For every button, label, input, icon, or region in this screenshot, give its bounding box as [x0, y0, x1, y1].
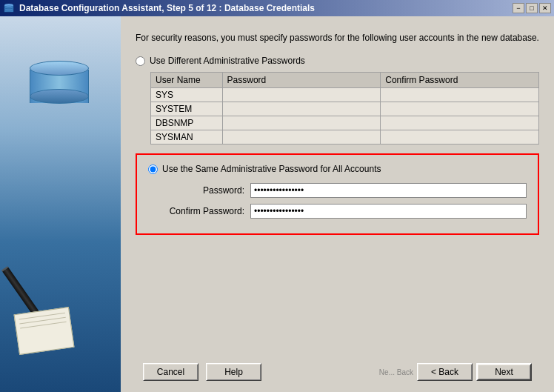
radio-different-option[interactable]: Use Different Administrative Passwords [136, 56, 539, 66]
dbsnmp-confirm-input[interactable] [385, 118, 534, 128]
system-confirm-input[interactable] [385, 104, 534, 114]
cell-sysman-pwd[interactable] [222, 130, 381, 144]
radio-different[interactable] [136, 56, 145, 66]
password-row: Password: [148, 183, 527, 198]
cell-sysman: SYSMAN [151, 130, 223, 144]
bottom-right-buttons: Ne... Back < Back Next [379, 363, 532, 381]
title-bar-controls: − □ ✕ [513, 3, 551, 13]
cell-sys: SYS [151, 88, 223, 102]
cancel-button[interactable]: Cancel [143, 363, 198, 381]
right-panel: For security reasons, you must specify p… [121, 16, 554, 392]
title-bar: Database Configuration Assistant, Step 5… [0, 0, 554, 16]
cell-sysman-confirm[interactable] [381, 130, 539, 144]
help-button[interactable]: Help [206, 363, 261, 381]
table-row: SYSTEM [151, 102, 539, 116]
table-row: DBSNMP [151, 116, 539, 130]
spacer [136, 235, 539, 357]
col-password: Password [222, 73, 381, 88]
confirm-password-row: Confirm Password: [148, 204, 527, 219]
back-button[interactable]: < Back [417, 363, 473, 381]
radio-same-option[interactable]: Use the Same Administrative Password for… [148, 164, 527, 174]
cell-system-confirm[interactable] [381, 102, 539, 116]
dbsnmp-password-input[interactable] [227, 118, 376, 128]
password-input[interactable] [250, 183, 527, 198]
confirm-password-input[interactable] [250, 204, 527, 219]
password-label: Password: [148, 185, 244, 196]
next-button[interactable]: Next [476, 363, 532, 381]
sysman-confirm-input[interactable] [385, 132, 534, 142]
sys-confirm-input[interactable] [385, 90, 534, 100]
paper-graphic [14, 307, 75, 355]
cell-system-pwd[interactable] [222, 102, 381, 116]
same-password-section: Use the Same Administrative Password for… [136, 153, 539, 235]
cell-sys-confirm[interactable] [381, 88, 539, 102]
window-title: Database Configuration Assistant, Step 5… [19, 3, 315, 13]
cell-dbsnmp-pwd[interactable] [222, 116, 381, 130]
col-confirm: Confirm Password [381, 73, 539, 88]
status-text: Ne... Back [379, 368, 413, 376]
app-icon [3, 2, 15, 14]
left-panel [0, 16, 121, 392]
table-row: SYS [151, 88, 539, 102]
cell-sys-pwd[interactable] [222, 88, 381, 102]
radio-same[interactable] [148, 165, 158, 174]
main-container: For security reasons, you must specify p… [0, 16, 554, 392]
confirm-password-label: Confirm Password: [148, 206, 244, 216]
title-bar-left: Database Configuration Assistant, Step 5… [3, 2, 315, 14]
sys-password-input[interactable] [227, 90, 376, 100]
cell-system: SYSTEM [151, 102, 223, 116]
description-text: For security reasons, you must specify p… [136, 31, 539, 44]
bottom-bar: Cancel Help Ne... Back < Back Next [136, 357, 539, 385]
radio-same-label[interactable]: Use the Same Administrative Password for… [162, 164, 381, 174]
minimize-button[interactable]: − [513, 3, 524, 13]
system-password-input[interactable] [227, 104, 376, 114]
col-username: User Name [151, 73, 223, 88]
table-row: SYSMAN [151, 130, 539, 144]
cell-dbsnmp: DBSNMP [151, 116, 223, 130]
close-button[interactable]: ✕ [539, 3, 551, 13]
credentials-table: User Name Password Confirm Password SYS … [150, 72, 539, 144]
sysman-password-input[interactable] [227, 132, 376, 142]
maximize-button[interactable]: □ [526, 3, 538, 13]
database-graphic [30, 61, 89, 109]
radio-different-label[interactable]: Use Different Administrative Passwords [150, 56, 305, 66]
cell-dbsnmp-confirm[interactable] [381, 116, 539, 130]
bottom-left-buttons: Cancel Help [143, 363, 261, 381]
